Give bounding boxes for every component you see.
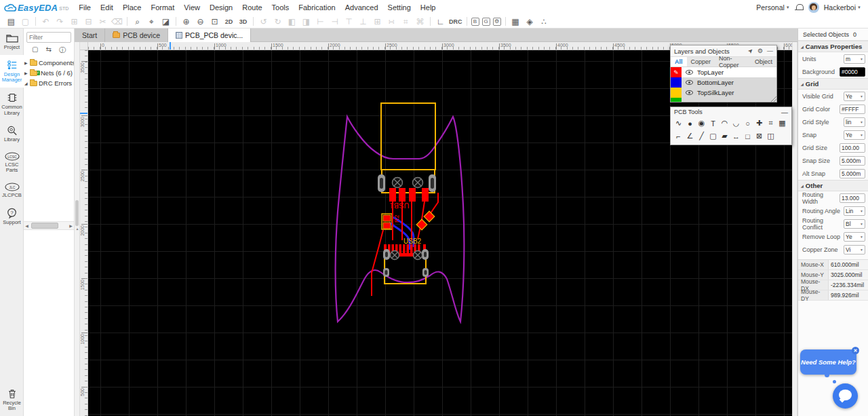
sidebar-item-lcsc-parts[interactable]: LCSCLCSC Parts [0,147,24,178]
layers-tab-object[interactable]: Object [751,57,776,67]
layers-tab-all[interactable]: All [671,57,687,67]
resize-grip[interactable] [771,96,776,102]
via-tool[interactable]: ◉ [696,117,707,130]
scroll-right-arrow-icon[interactable]: ▶ [68,223,74,228]
pin-icon[interactable]: ➤ [745,45,757,57]
notifications-bell-icon[interactable] [795,3,804,12]
hscroll-thumb[interactable] [31,223,58,229]
gear-icon[interactable]: ⚙ [757,45,763,56]
menu-help[interactable]: Help [416,0,441,15]
bom-export-button[interactable]: B [471,18,479,26]
layer-row-topsilklayer[interactable]: TopSilkLayer [671,88,776,98]
tab-pcb-pcb-devic[interactable]: PCB_PCB devic... [168,29,251,42]
easyeda-logo[interactable]: EasyEDA STD [4,3,68,13]
routing-angle-select[interactable]: Lin▼ [844,206,865,216]
sidebar-item-library[interactable]: Library [0,120,24,147]
tab-start[interactable]: Start [75,29,105,42]
route-track-button[interactable]: ∟ [435,16,446,28]
save-button[interactable]: ▤ [5,16,17,28]
expand-arrow-icon[interactable]: ▶ [24,60,30,65]
net-filter-icon[interactable]: ⇆ [46,45,52,55]
solid-region-tool[interactable]: ▰ [719,130,730,143]
fit-view-button[interactable]: ⊡ [209,16,220,28]
track-tool[interactable]: ∿ [673,117,684,130]
menu-place[interactable]: Place [118,0,146,15]
pcb-preview-button[interactable]: ◈ [524,16,536,28]
tree-node-drc-errors-0-c[interactable]: ◢DRC Errors (0) C [24,78,74,88]
expand-arrow-icon[interactable]: ▶ [24,71,30,75]
visibility-eye-icon[interactable] [686,70,693,75]
measure-tool[interactable]: ↔ [730,130,742,143]
circle-tool[interactable]: ○ [742,117,753,130]
grid-style-select[interactable]: lin▼ [844,117,865,127]
gerber-export-button[interactable]: G [482,18,490,26]
canvas-left-scrollbar[interactable]: ▲ [75,42,80,416]
dimension-tool[interactable]: ⌐ [673,130,684,143]
menu-route[interactable]: Route [237,0,267,15]
sidebar-item-support[interactable]: ?Support [0,203,24,230]
user-menu[interactable]: Hackerboi▼ [824,3,861,12]
menu-setting[interactable]: Setting [383,0,416,15]
visibility-eye-icon[interactable] [686,90,693,95]
view-3d-button[interactable]: 3D [237,16,249,28]
vscroll-thumb[interactable] [75,200,79,226]
sidebar-item-common-library[interactable]: Common Library [0,88,24,120]
tab-pcb-device[interactable]: PCB device [105,29,168,42]
layer-color-swatch[interactable] [671,88,682,98]
menu-tools[interactable]: Tools [267,0,294,15]
pad-tool[interactable]: ● [684,117,696,130]
section-header-other[interactable]: ◢Other [798,180,868,191]
section-header-canvas-properties[interactable]: ◢Canvas Properties [798,41,868,52]
fabrication-settings-button[interactable]: ⚙ [493,18,501,26]
image-tool[interactable]: ▦ [776,117,788,130]
sidebar-item-recycle-bin[interactable]: Recycle Bin [0,383,24,416]
view-2d-button[interactable]: 2D [223,16,235,28]
sidebar-item-project[interactable]: Project [0,29,24,55]
minimize-icon[interactable]: — [767,45,773,56]
remove-loop-select[interactable]: Ye▼ [844,232,865,242]
menu-format[interactable]: Format [146,0,179,15]
filter-input[interactable] [26,32,71,43]
background-color-input[interactable]: #0000 [840,67,865,77]
zoom-in-button[interactable]: ⊕ [180,16,192,28]
zoom-out-button[interactable]: ⊖ [195,16,206,28]
copper-area-tool[interactable]: ▢ [707,130,719,143]
rect-tool[interactable]: □ [742,130,753,143]
scroll-up-arrow-icon[interactable]: ▲ [75,227,80,231]
minimize-icon[interactable]: — [781,109,788,116]
layer-color-swatch[interactable] [671,77,682,88]
image-export-button[interactable]: ▦ [510,16,521,28]
eraser-button[interactable]: ◪ [160,16,172,28]
sidebar-item-jlcpcb[interactable]: JLCJLCPCB [0,178,24,203]
pcb-canvas[interactable] [88,50,792,416]
hscroll-track[interactable] [30,223,68,229]
menu-design[interactable]: Design [205,0,237,15]
component-filter-icon[interactable]: ▢ [32,45,38,55]
snap-select[interactable]: Ye▼ [844,130,865,140]
routing-conflict-select[interactable]: Bl▼ [844,219,865,229]
routing-width-input[interactable]: 13.000 [840,193,865,203]
close-icon[interactable]: ✕ [852,347,859,354]
menu-view[interactable]: View [179,0,205,15]
arc-tool[interactable]: ◠ [719,117,730,130]
collapse-arrow-icon[interactable]: ◢ [24,81,30,86]
info-icon[interactable]: ⓘ [59,45,66,55]
arc-any-angle-tool[interactable]: ◡ [730,117,742,130]
tree-node-components-4[interactable]: ▶Components (4) [24,58,74,68]
visible-grid-select[interactable]: Ye▼ [844,92,865,101]
panelize-tool[interactable]: ◫ [765,130,776,143]
text-tool[interactable]: T [707,117,719,130]
menu-edit[interactable]: Edit [96,0,118,15]
workspace-switcher[interactable]: Personal▼ [756,3,789,12]
units-select[interactable]: m▼ [844,54,865,64]
cut-copper-tool[interactable]: ⊠ [753,130,765,143]
pcb-tools-titlebar[interactable]: PCB Tools — [671,107,791,117]
snap-size-input[interactable]: 5.000m [840,156,865,166]
layer-row-toplayer[interactable]: ✎TopLayer [671,67,776,77]
menu-file[interactable]: File [74,0,96,15]
section-header-grid[interactable]: ◢Grid [798,78,868,90]
canvas-right-scrollbar[interactable] [792,42,797,416]
drag-tool[interactable]: ✚ [753,117,765,130]
search-button[interactable]: ⌕ [132,16,143,28]
help-bubble[interactable]: Need Some Help? ✕ [800,349,856,375]
